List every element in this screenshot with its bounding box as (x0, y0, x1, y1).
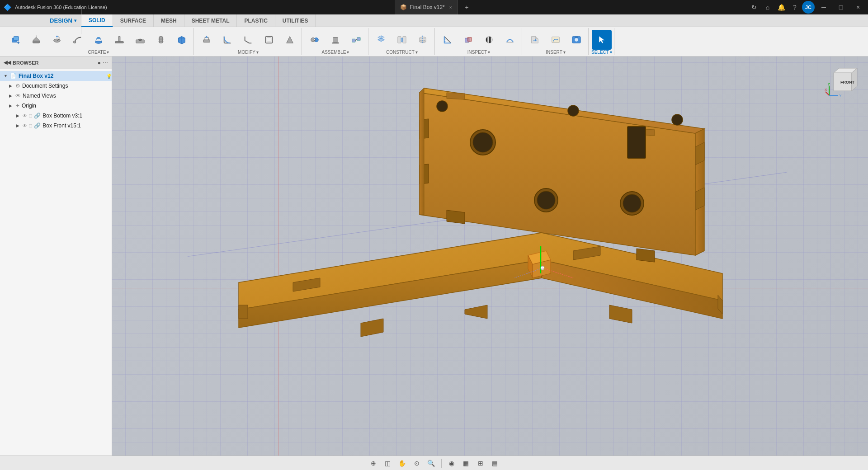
shell-button[interactable] (259, 30, 279, 50)
zebra-button[interactable] (479, 30, 499, 50)
eye-icon2[interactable]: 👁 (23, 113, 27, 118)
viewport[interactable]: FRONT Y Z X (112, 56, 868, 456)
svg-rect-36 (357, 38, 360, 41)
hole-button[interactable] (130, 30, 150, 50)
assemble-label[interactable]: ASSEMBLE ▾ (322, 50, 349, 56)
fillet-button[interactable] (217, 30, 237, 50)
offset-plane-button[interactable] (371, 30, 391, 50)
browser-header-actions: ● ⋯ (98, 60, 108, 66)
display-mode-button[interactable]: ◉ (445, 457, 458, 470)
restore-button[interactable]: □ (833, 0, 849, 14)
pan-button[interactable]: ✋ (396, 457, 409, 470)
box-button[interactable] (172, 30, 192, 50)
measure-button[interactable] (438, 30, 458, 50)
construct-label[interactable]: CONSTRUCT ▾ (386, 50, 418, 56)
document-tab[interactable]: 📦 Final Box v12* × (395, 0, 458, 14)
design-arrow: ▾ (74, 18, 76, 23)
browser-item-origin[interactable]: ▶ ✦ Origin (0, 101, 112, 111)
browser-title-label: BROWSER (13, 60, 38, 66)
browser-item-finalbox[interactable]: ▼ 📄 Final Box v12 💡 (0, 71, 112, 81)
create-buttons (5, 28, 192, 50)
tab-plastic[interactable]: PLASTIC (237, 14, 275, 27)
user-button[interactable]: JC (802, 1, 815, 14)
component-icon: □ (29, 113, 32, 119)
screenshot-button[interactable] (566, 30, 586, 50)
thread-button[interactable] (151, 30, 171, 50)
close-button[interactable]: × (850, 0, 866, 14)
extrude-button[interactable] (26, 30, 46, 50)
snap-camera-button[interactable]: ◫ (382, 457, 394, 470)
select-label[interactable]: SELECT ▾ (591, 50, 612, 56)
tab-mesh[interactable]: MESH (154, 14, 184, 27)
new-tab-button[interactable]: + (461, 1, 473, 14)
expand-icon: ▶ (16, 123, 21, 128)
light-bulb-icon[interactable]: 💡 (106, 74, 112, 79)
joint-button[interactable] (305, 30, 325, 50)
svg-text:Z: Z (828, 82, 830, 86)
interference-button[interactable] (458, 30, 478, 50)
toolbar: DESIGN ▾ SOLID SURFACE MESH SHEET METAL … (0, 14, 868, 56)
bell-button[interactable]: 🔔 (775, 1, 788, 14)
close-tab-button[interactable]: × (449, 5, 452, 10)
help-button[interactable]: ? (788, 1, 801, 14)
zoom-button[interactable]: 🔍 (425, 457, 438, 470)
svg-marker-77 (420, 93, 695, 255)
orbit-button[interactable]: ⊙ (410, 457, 423, 470)
svg-rect-26 (267, 38, 271, 42)
minimize-button[interactable]: ─ (816, 0, 832, 14)
refresh-button[interactable]: ↻ (748, 1, 760, 14)
revolve-button[interactable] (47, 30, 67, 50)
press-pull-button[interactable] (197, 30, 217, 50)
rigid-group-button[interactable] (346, 30, 366, 50)
ground-button[interactable] (326, 30, 345, 50)
fit-window-button[interactable]: ⊕ (367, 457, 380, 470)
browser-filter-icon[interactable]: ● (98, 60, 101, 66)
rib-button[interactable] (109, 30, 129, 50)
svg-marker-82 (447, 210, 465, 224)
browser-collapse-icon[interactable]: ◀◀ (4, 60, 11, 66)
svg-marker-75 (239, 305, 248, 319)
midplane-button[interactable] (392, 30, 412, 50)
curvature-button[interactable] (500, 30, 520, 50)
finalbox-label: Final Box v12 (19, 73, 53, 79)
browser-settings-icon[interactable]: ⋯ (103, 60, 108, 66)
tab-surface[interactable]: SURFACE (113, 14, 154, 27)
browser-item-docsettings[interactable]: ▶ ⚙ Document Settings (0, 81, 112, 91)
svg-point-30 (314, 39, 316, 41)
environment-button[interactable]: ⊞ (474, 457, 487, 470)
inspect-label[interactable]: INSPECT ▾ (467, 50, 490, 56)
chamfer-button[interactable] (238, 30, 258, 50)
axis-through-cylinder-button[interactable] (413, 30, 433, 50)
svg-marker-72 (609, 305, 632, 323)
eye-icon3[interactable]: 👁 (23, 123, 27, 128)
canvas-button[interactable] (546, 30, 566, 50)
browser-item-boxfront[interactable]: ▶ 👁 □ 🔗 Box Front v15:1 (0, 121, 112, 131)
insert-derive-button[interactable] (525, 30, 545, 50)
effects-button[interactable]: ▤ (489, 457, 501, 470)
svg-rect-55 (467, 38, 472, 42)
new-component-button[interactable] (5, 30, 25, 50)
toolbar-tabs: DESIGN ▾ SOLID SURFACE MESH SHEET METAL … (0, 14, 868, 27)
browser-item-boxbottom[interactable]: ▶ 👁 □ 🔗 Box Bottom v3:1 (0, 111, 112, 121)
draft-button[interactable] (280, 30, 300, 50)
home-button[interactable]: ⌂ (761, 1, 774, 14)
loft-button[interactable] (89, 30, 108, 50)
link-icon2: 🔗 (34, 122, 41, 129)
visual-style-button[interactable]: ▦ (460, 457, 472, 470)
nav-cube[interactable]: FRONT Y Z X (825, 64, 861, 100)
create-label[interactable]: CREATE ▾ (88, 50, 109, 56)
sweep-button[interactable] (68, 30, 88, 50)
svg-rect-4 (33, 41, 40, 43)
viewport-canvas[interactable]: FRONT Y Z X (112, 56, 868, 456)
tab-utilities[interactable]: UTILITIES (275, 14, 316, 27)
tab-sheet-metal[interactable]: SHEET METAL (184, 14, 237, 27)
titlebar-center: 📦 Final Box v12* × + (395, 0, 473, 14)
browser-panel: ◀◀ BROWSER ● ⋯ ▼ 📄 Final Box v12 💡 ▶ ⚙ D… (0, 56, 112, 456)
svg-point-97 (437, 101, 448, 112)
svg-point-89 (473, 132, 493, 152)
select-button[interactable] (592, 30, 612, 50)
tab-solid[interactable]: SOLID (81, 14, 113, 27)
insert-label[interactable]: INSERT ▾ (546, 50, 566, 56)
browser-item-namedviews[interactable]: ▶ 👁 Named Views (0, 91, 112, 101)
modify-label[interactable]: MODIFY ▾ (238, 50, 259, 56)
